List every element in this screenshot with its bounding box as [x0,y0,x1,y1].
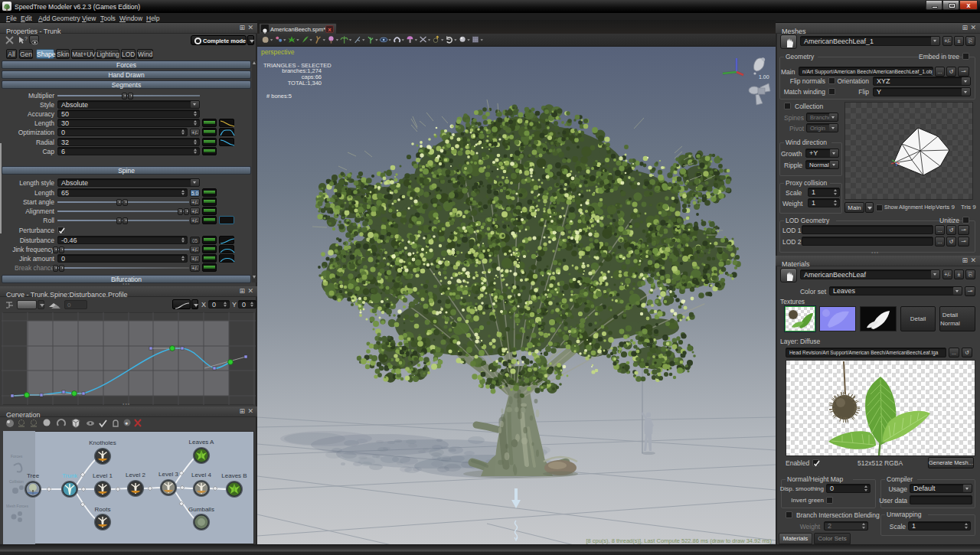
svg-text:Gumballs: Gumballs [188,506,214,513]
svg-text:Level 4: Level 4 [191,472,211,478]
svg-text:Mesh Forces: Mesh Forces [6,504,28,508]
svg-text:Roots: Roots [95,506,111,513]
svg-text:Level 1: Level 1 [93,472,113,479]
svg-text:Leaves B: Leaves B [221,472,247,479]
svg-text:Forces: Forces [11,454,23,459]
svg-text:●: ● [125,420,128,426]
svg-text:Trunk: Trunk [62,472,78,479]
svg-text:Collision: Collision [9,479,24,484]
svg-text:Leaves A: Leaves A [189,439,215,446]
svg-text:Level 2: Level 2 [126,472,145,478]
svg-text:Tree: Tree [27,472,40,479]
svg-text:?: ? [24,36,28,41]
svg-text:1.00: 1.00 [759,74,769,80]
svg-text:Knotholes: Knotholes [89,439,116,446]
svg-text:Level 3: Level 3 [158,471,178,478]
